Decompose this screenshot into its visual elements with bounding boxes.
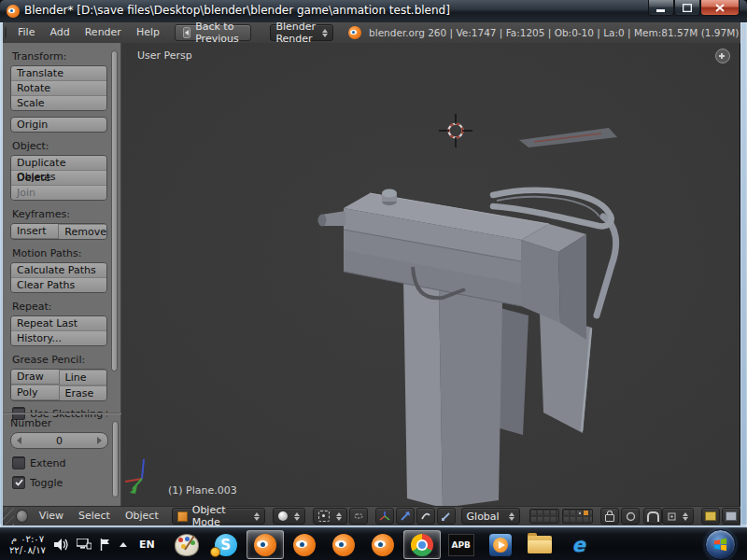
select-menu[interactable]: Select [71, 507, 118, 525]
window-titlebar[interactable]: Blender* [D:\save files\Desktop\blender\… [0, 0, 747, 23]
layer-cell[interactable] [537, 510, 543, 516]
info-editor-type-icon[interactable] [5, 26, 7, 39]
start-button[interactable] [705, 529, 736, 560]
layer-cell[interactable] [537, 516, 543, 523]
grease-pencil-section-label: Grease Pencil: [12, 354, 107, 366]
layer-cell[interactable] [570, 516, 576, 523]
properties-region-expand-icon[interactable] [715, 49, 730, 63]
layer-cell[interactable] [530, 510, 537, 516]
3d-viewport[interactable]: User Persp (1) Plane.003 [121, 43, 740, 506]
layer-cell[interactable] [563, 516, 570, 523]
extend-checkbox[interactable] [12, 456, 25, 469]
stepper-right-icon[interactable] [97, 437, 102, 444]
file-menu[interactable]: File [10, 22, 42, 43]
origin-button[interactable]: Origin [10, 117, 107, 133]
language-indicator[interactable]: EN [139, 539, 155, 551]
pivot-point-select[interactable] [313, 508, 347, 525]
delete-button[interactable]: Delete [11, 170, 106, 185]
show-hidden-icons-button[interactable] [120, 542, 127, 547]
taskbar-blender-button-3[interactable] [325, 530, 362, 559]
duplicate-objects-button[interactable]: Duplicate Objects [11, 156, 106, 170]
layer-cell[interactable] [530, 516, 537, 523]
layer-cell[interactable] [589, 516, 593, 523]
interaction-mode-select[interactable]: Object Mode [172, 508, 265, 525]
toggle-checkbox[interactable] [12, 476, 25, 489]
layer-cell[interactable] [563, 510, 570, 516]
object-menu[interactable]: Object [118, 507, 166, 525]
opengl-render-anim-button[interactable] [722, 508, 740, 525]
layer-cell[interactable] [550, 516, 557, 523]
layers-widget-group-2[interactable] [562, 509, 593, 524]
manipulator-scale-toggle[interactable] [437, 508, 456, 525]
help-menu[interactable]: Help [129, 22, 167, 43]
layer-cell[interactable] [543, 516, 550, 523]
render-menu[interactable]: Render [78, 22, 129, 43]
taskbar-blender-button-1[interactable] [247, 530, 284, 559]
insert-keyframe-button[interactable]: Insert [11, 224, 58, 238]
grease-erase-button[interactable]: Erase [59, 385, 107, 400]
translate-button[interactable]: Translate [11, 66, 106, 80]
pivot-point-icon [318, 511, 330, 522]
dropdown-arrows-icon [336, 512, 342, 521]
layer-cell[interactable] [550, 510, 557, 516]
number-panel-scrollbar[interactable] [112, 421, 119, 497]
rotate-button[interactable]: Rotate [11, 80, 106, 95]
layer-cell-active-dot[interactable] [576, 510, 583, 516]
taskbar-blender-button-2[interactable] [286, 530, 323, 559]
taskbar-blender-button-4[interactable] [364, 530, 402, 559]
pivot-align-toggle[interactable] [349, 508, 368, 525]
opengl-render-button[interactable] [701, 508, 720, 525]
transform-orientation-select[interactable]: Global [461, 508, 520, 525]
layer-cell[interactable] [543, 510, 550, 516]
taskbar-ie-button[interactable]: e [560, 530, 598, 559]
taskbar-skype-button[interactable]: S [207, 530, 245, 559]
tray-clock[interactable]: م ٠٢:٠٧ ٢٢/٠٨/١٧ [9, 534, 46, 556]
layer-cell[interactable] [589, 510, 593, 516]
viewport-shading-select[interactable] [273, 508, 305, 525]
layer-cell[interactable] [576, 516, 583, 523]
lock-to-scene-toggle[interactable] [600, 508, 619, 525]
grease-line-button[interactable]: Line [59, 370, 107, 385]
snap-element-select[interactable] [662, 508, 694, 525]
maximize-button[interactable] [674, 0, 700, 16]
grease-draw-button[interactable]: Draw [11, 370, 59, 384]
layer-cell-selected[interactable] [583, 510, 589, 516]
remove-keyframe-button[interactable]: Remove [58, 224, 106, 239]
keyframes-section-label: Keyframes: [12, 208, 107, 220]
view-menu[interactable]: View [32, 507, 71, 525]
layer-cell[interactable] [557, 516, 560, 523]
minimize-button[interactable] [648, 0, 674, 16]
layer-cell[interactable] [557, 510, 560, 516]
layer-cell[interactable] [570, 510, 576, 516]
shelf-scrollbar[interactable] [111, 50, 118, 371]
viewport-resize-grip[interactable] [3, 507, 14, 525]
viewport-editor-type-icon[interactable] [16, 510, 28, 523]
history-button[interactable]: History... [11, 330, 106, 345]
taskbar-explorer-button[interactable] [521, 530, 558, 559]
windows-taskbar: م ٠٢:٠٧ ٢٢/٠٨/١٧ EN [0, 527, 747, 560]
number-stepper[interactable]: 0 [10, 432, 108, 449]
manipulator-axes-toggle[interactable] [375, 508, 394, 525]
taskbar-apb-button[interactable]: APB [443, 530, 480, 559]
manipulator-rotate-toggle[interactable] [416, 508, 435, 525]
manipulator-translate-toggle[interactable] [396, 508, 415, 525]
taskbar-chrome-button[interactable] [403, 530, 441, 559]
volume-icon[interactable] [54, 539, 68, 551]
display-network-icon[interactable] [77, 539, 92, 551]
repeat-last-button[interactable]: Repeat Last [11, 316, 106, 330]
calculate-paths-button[interactable]: Calculate Paths [11, 263, 106, 277]
action-center-flag-icon[interactable] [100, 539, 111, 551]
render-engine-select[interactable]: Blender Render [270, 24, 333, 41]
snap-toggle[interactable] [643, 508, 662, 525]
add-menu[interactable]: Add [42, 22, 77, 43]
close-button[interactable] [700, 0, 740, 16]
proportional-edit-select[interactable] [621, 508, 640, 525]
clear-paths-button[interactable]: Clear Paths [11, 277, 106, 292]
taskbar-media-player-button[interactable] [482, 530, 519, 559]
back-to-previous-button[interactable]: Back to Previous [175, 24, 251, 41]
grease-poly-button[interactable]: Poly [11, 385, 59, 399]
layers-widget-group-1[interactable] [529, 509, 560, 524]
taskbar-paint-button[interactable] [168, 530, 205, 559]
scale-button[interactable]: Scale [11, 95, 106, 110]
layer-cell[interactable] [583, 516, 589, 523]
